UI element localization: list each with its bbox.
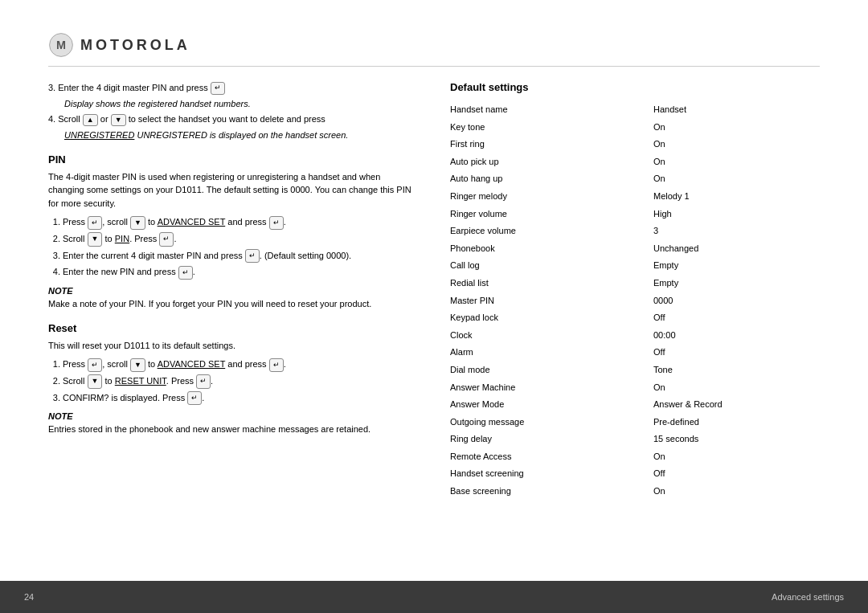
table-row: First ringOn bbox=[450, 136, 820, 153]
left-column: 3. Enter the 4 digit master PIN and pres… bbox=[48, 81, 418, 501]
reset-note-label: NOTE bbox=[48, 411, 418, 421]
motorola-logo: M MOTOROLA bbox=[48, 32, 190, 58]
setting-value: Melody 1 bbox=[653, 188, 820, 206]
setting-value: On bbox=[653, 170, 820, 188]
setting-name: Earpiece volume bbox=[450, 223, 653, 240]
setting-name: Handset screening bbox=[450, 465, 653, 483]
right-column: Default settings Handset nameHandsetKey … bbox=[450, 81, 820, 501]
step3-text: 3. Enter the 4 digit master PIN and pres… bbox=[48, 81, 418, 95]
footer-bar: 24 Advanced settings bbox=[0, 581, 868, 613]
table-row: Call logEmpty bbox=[450, 257, 820, 275]
setting-name: Outgoing message bbox=[450, 414, 653, 431]
settings-table: Handset nameHandsetKey toneOnFirst ringO… bbox=[450, 101, 820, 501]
menu-key: ↵ bbox=[88, 216, 102, 230]
setting-value: On bbox=[653, 483, 820, 501]
pin-title: PIN bbox=[48, 153, 418, 166]
table-row: Answer ModeAnswer & Record bbox=[450, 396, 820, 414]
page-number: 24 bbox=[24, 592, 34, 602]
list-item: Scroll ▼ to PIN. Press ↵. bbox=[63, 231, 418, 247]
step4-italic: UNREGISTERED UNREGISTERED is displayed o… bbox=[64, 129, 418, 142]
setting-name: Phonebook bbox=[450, 240, 653, 258]
scroll-key-r: ▼ bbox=[130, 358, 145, 372]
ok-key-r3: ↵ bbox=[187, 391, 202, 405]
setting-value: Handset bbox=[653, 101, 820, 119]
list-item: CONFIRM? is displayed. Press ↵. bbox=[63, 390, 418, 406]
setting-name: Auto pick up bbox=[450, 153, 653, 171]
table-row: AlarmOff bbox=[450, 344, 820, 362]
setting-value: Pre-defined bbox=[653, 414, 820, 431]
setting-value: 3 bbox=[653, 223, 820, 240]
brand-name: MOTOROLA bbox=[80, 37, 190, 54]
setting-name: Key tone bbox=[450, 119, 653, 137]
setting-value: Tone bbox=[653, 362, 820, 379]
setting-value: Off bbox=[653, 465, 820, 483]
setting-name: Ringer melody bbox=[450, 188, 653, 206]
pin-steps-list: Press ↵, scroll ▼ to ADVANCED SET and pr… bbox=[63, 215, 418, 280]
setting-value: On bbox=[653, 379, 820, 397]
table-row: Ring delay15 seconds bbox=[450, 431, 820, 448]
reset-steps-list: Press ↵, scroll ▼ to ADVANCED SET and pr… bbox=[63, 357, 418, 405]
svg-text:M: M bbox=[56, 39, 66, 51]
step3-italic: Display shows the registered handset num… bbox=[64, 97, 418, 111]
scroll-key-r2: ▼ bbox=[88, 374, 103, 388]
setting-name: Handset name bbox=[450, 101, 653, 119]
setting-name: Redial list bbox=[450, 275, 653, 292]
setting-value: Empty bbox=[653, 275, 820, 292]
setting-name: Answer Machine bbox=[450, 379, 653, 397]
main-content: 3. Enter the 4 digit master PIN and pres… bbox=[48, 81, 820, 501]
list-item: Scroll ▼ to RESET UNIT. Press ↵. bbox=[63, 374, 418, 389]
setting-name: First ring bbox=[450, 136, 653, 153]
ok-key-r: ↵ bbox=[269, 358, 284, 372]
setting-name: Remote Access bbox=[450, 448, 653, 466]
setting-value: High bbox=[653, 206, 820, 223]
setting-name: Answer Mode bbox=[450, 396, 653, 414]
setting-name: Clock bbox=[450, 327, 653, 345]
scroll-key: ▼ bbox=[130, 216, 145, 230]
ok-key3: ↵ bbox=[245, 249, 260, 263]
table-row: Key toneOn bbox=[450, 119, 820, 137]
setting-value: On bbox=[653, 119, 820, 137]
ok-key4: ↵ bbox=[178, 266, 193, 280]
footer-section-title: Advanced settings bbox=[772, 592, 844, 602]
setting-value: 0000 bbox=[653, 292, 820, 310]
setting-value: 00:00 bbox=[653, 327, 820, 345]
menu-key-r: ↵ bbox=[88, 358, 102, 372]
setting-name: Auto hang up bbox=[450, 170, 653, 188]
setting-name: Keypad lock bbox=[450, 309, 653, 327]
setting-name: Ring delay bbox=[450, 431, 653, 448]
setting-value: Off bbox=[653, 344, 820, 362]
table-row: Outgoing messagePre-defined bbox=[450, 414, 820, 431]
list-item: Press ↵, scroll ▼ to ADVANCED SET and pr… bbox=[63, 357, 418, 372]
reset-body: This will reset your D1011 to its defaul… bbox=[48, 339, 418, 353]
setting-value: On bbox=[653, 153, 820, 171]
ok-key-r2: ↵ bbox=[196, 374, 211, 388]
setting-value: On bbox=[653, 136, 820, 153]
default-settings-title: Default settings bbox=[450, 81, 820, 93]
pin-note-text: Make a note of your PIN. If you forget y… bbox=[48, 297, 418, 311]
table-row: Auto hang upOn bbox=[450, 170, 820, 188]
step3-block: 3. Enter the 4 digit master PIN and pres… bbox=[48, 81, 418, 142]
setting-name: Alarm bbox=[450, 344, 653, 362]
table-row: Answer MachineOn bbox=[450, 379, 820, 397]
list-item: Enter the new PIN and press ↵. bbox=[63, 264, 418, 280]
table-row: Dial modeTone bbox=[450, 362, 820, 379]
setting-name: Ringer volume bbox=[450, 206, 653, 223]
setting-name: Base screening bbox=[450, 483, 653, 501]
table-row: PhonebookUnchanged bbox=[450, 240, 820, 258]
motorola-logo-icon: M bbox=[48, 32, 74, 58]
table-row: Auto pick upOn bbox=[450, 153, 820, 171]
step4-text: 4. Scroll ▲ or ▼ to select the handset y… bbox=[48, 112, 418, 126]
reset-note-text: Entries stored in the phonebook and new … bbox=[48, 423, 418, 436]
list-item: Press ↵, scroll ▼ to ADVANCED SET and pr… bbox=[63, 215, 418, 230]
setting-name: Dial mode bbox=[450, 362, 653, 379]
table-row: Master PIN0000 bbox=[450, 292, 820, 310]
table-row: Clock00:00 bbox=[450, 327, 820, 345]
logo-area: M MOTOROLA bbox=[48, 32, 820, 67]
setting-value: On bbox=[653, 448, 820, 466]
setting-value: Off bbox=[653, 309, 820, 327]
table-row: Base screeningOn bbox=[450, 483, 820, 501]
list-item: Enter the current 4 digit master PIN and… bbox=[63, 248, 418, 264]
table-row: Redial listEmpty bbox=[450, 275, 820, 292]
setting-value: 15 seconds bbox=[653, 431, 820, 448]
table-row: Keypad lockOff bbox=[450, 309, 820, 327]
